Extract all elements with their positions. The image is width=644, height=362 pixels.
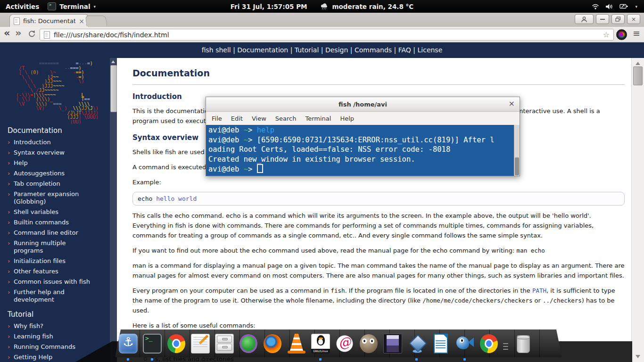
- dock-gnu-linux-icon[interactable]: GNU/Linux: [310, 333, 331, 354]
- sidebar-link[interactable]: ›Parameter expansion (Globbing): [0, 190, 110, 206]
- dock-gimp-icon[interactable]: [358, 333, 379, 354]
- terminal-menu-item[interactable]: Search: [275, 115, 297, 122]
- terminal-close-icon[interactable]: ×: [509, 99, 515, 108]
- sidebar-link[interactable]: ›Shell variables: [0, 208, 110, 216]
- sidebar-link[interactable]: ›Initialization files: [0, 257, 110, 265]
- ascii-art-line: (UU): [5, 120, 110, 124]
- page-scrollbar-thumb[interactable]: [633, 66, 643, 85]
- sidebar-link[interactable]: ›Why fish?: [0, 322, 110, 330]
- dock-virtualbox-icon[interactable]: [406, 333, 427, 354]
- chevron-right-icon: ›: [8, 288, 10, 296]
- browser-window: fish: Documentation × × « » file:///: [0, 13, 644, 362]
- terminal-menu-item[interactable]: Edit: [231, 115, 243, 122]
- battery-icon[interactable]: [619, 3, 629, 9]
- sidebar-link[interactable]: ›Learning fish: [0, 333, 110, 340]
- dock-trash-icon[interactable]: [512, 333, 533, 354]
- terminal-menu-item[interactable]: File: [212, 115, 222, 122]
- browser-avatar-icon[interactable]: [616, 29, 627, 40]
- dock-firefox-icon[interactable]: [262, 333, 283, 354]
- sidebar-link[interactable]: ›Help: [0, 159, 110, 167]
- back-button[interactable]: «: [4, 27, 10, 39]
- new-tab-button[interactable]: [85, 16, 107, 26]
- wifi-icon[interactable]: [592, 3, 599, 10]
- browser-tab[interactable]: fish: Documentation ×: [9, 14, 89, 27]
- sidebar-scrollbar[interactable]: [110, 58, 117, 362]
- terminal-menu-item[interactable]: View: [252, 115, 266, 122]
- sidebar-link[interactable]: ›Syntax overview: [0, 149, 110, 156]
- sidebar-link[interactable]: ›Autosuggestions: [0, 170, 110, 177]
- terminal-line: oading Root Certs, loaded==false: NSS er…: [208, 145, 520, 155]
- paragraph-echo: This calls the echo command. echo is a c…: [132, 211, 625, 240]
- minimize-button[interactable]: [596, 14, 609, 24]
- url-text[interactable]: file:///usr/share/doc/fish/index.html: [54, 31, 599, 39]
- sidebar-scrollbar-thumb[interactable]: [110, 65, 117, 112]
- activities-button[interactable]: Activities: [6, 3, 39, 10]
- sidebar-link[interactable]: ›Other features: [0, 268, 110, 275]
- scroll-down-icon[interactable]: [636, 355, 640, 358]
- volume-icon[interactable]: [605, 3, 613, 10]
- dock-debian-icon[interactable]: @: [334, 333, 355, 354]
- chevron-right-icon: ›: [8, 268, 10, 275]
- dock-chrome-icon[interactable]: [166, 333, 187, 354]
- rain-cloud-icon: [320, 3, 329, 10]
- clock[interactable]: Fri 31 Jul, 1:57:05 PM: [231, 3, 307, 10]
- sidebar-link[interactable]: ›Builtin commands: [0, 219, 110, 226]
- sidebar-link[interactable]: ›Further help and development: [0, 288, 110, 304]
- sidebar-link[interactable]: ›Running Commands: [0, 343, 110, 351]
- terminal-titlebar[interactable]: fish /home/avi ×: [206, 97, 520, 112]
- chevron-right-icon: ›: [8, 257, 10, 265]
- tab-close-icon[interactable]: ×: [79, 18, 84, 25]
- url-bar[interactable]: file:///usr/share/doc/fish/index.html ☆: [40, 29, 614, 41]
- terminal-scrollbar-thumb[interactable]: [515, 157, 519, 175]
- weather-text: moderate rain, 24.8 °C: [332, 3, 413, 10]
- sidebar-link[interactable]: ›Tab completion: [0, 180, 110, 188]
- browser-toolbar: « » file:///usr/share/doc/fish/index.htm…: [0, 27, 644, 42]
- dock-media-icon[interactable]: [382, 333, 403, 354]
- dock-terminal-icon[interactable]: >_: [142, 333, 163, 354]
- page-scrollbar[interactable]: [631, 58, 644, 362]
- profile-button[interactable]: [575, 14, 594, 24]
- dock-libreoffice-icon[interactable]: [430, 333, 451, 354]
- dock-file-cabinet-icon[interactable]: [214, 333, 235, 354]
- window-controls: ×: [575, 14, 640, 24]
- minimize-icon: [600, 19, 605, 20]
- system-menu-caret-icon[interactable]: ▾: [635, 4, 637, 9]
- scroll-up-icon[interactable]: [636, 62, 640, 65]
- bookmark-star-icon[interactable]: ☆: [603, 30, 610, 39]
- dock-bluefish-icon[interactable]: [454, 333, 475, 354]
- close-button[interactable]: ×: [627, 14, 640, 24]
- chevron-right-icon: ›: [8, 354, 10, 361]
- terminal-menu-item[interactable]: Terminal: [305, 115, 331, 122]
- terminal-screen[interactable]: avi@deb ~> helpavi@deb ~> [6590:6590:073…: [206, 125, 520, 176]
- paragraph-man: man is a command for displaying a manual…: [132, 261, 625, 280]
- browser-menu-icon[interactable]: ≡: [633, 28, 640, 38]
- dock-vlc-icon[interactable]: [286, 333, 307, 354]
- terminal-line: Created new_window in existing browser s…: [208, 155, 520, 165]
- sidebar-link[interactable]: ›Running multiple programs: [0, 239, 110, 255]
- restore-button[interactable]: [611, 14, 625, 24]
- terminal-window: fish /home/avi × FileEditViewSearchTermi…: [206, 97, 520, 176]
- site-nav[interactable]: fish shell | Documentation | Tutorial | …: [0, 42, 644, 58]
- terminal-menu-item[interactable]: Help: [340, 115, 354, 122]
- sidebar-link[interactable]: ›Command line editor: [0, 229, 110, 237]
- sidebar-link[interactable]: ›Getting Help: [0, 354, 110, 361]
- forward-button[interactable]: »: [15, 27, 22, 39]
- sidebar-tutorial-links: ›Why fish?›Learning fish›Running Command…: [0, 322, 110, 362]
- docky-anchor-icon[interactable]: ⚓: [118, 333, 139, 354]
- dock-text-editor-icon[interactable]: [190, 333, 211, 354]
- dock-tor-browser-icon[interactable]: [238, 333, 259, 354]
- sidebar-link[interactable]: ›Introduction: [0, 139, 110, 146]
- terminal-scrollbar[interactable]: [514, 125, 520, 176]
- reload-button[interactable]: [27, 30, 36, 39]
- weather-indicator[interactable]: moderate rain, 24.8 °C: [320, 3, 413, 10]
- tab-title: fish: Documentation: [23, 17, 75, 25]
- paragraph-path: Every program on your computer can be us…: [132, 286, 625, 315]
- chevron-right-icon: ›: [8, 343, 10, 351]
- terminal-menubar: FileEditViewSearchTerminalHelp: [206, 112, 520, 125]
- dock-chromium-icon[interactable]: [479, 333, 499, 354]
- chevron-right-icon: ›: [8, 139, 10, 146]
- sidebar-link[interactable]: ›Common issues with fish: [0, 278, 110, 286]
- scroll-up-icon[interactable]: [111, 60, 115, 63]
- example-label: Example:: [132, 177, 625, 187]
- focused-app-menu[interactable]: Terminal ▾: [48, 2, 96, 10]
